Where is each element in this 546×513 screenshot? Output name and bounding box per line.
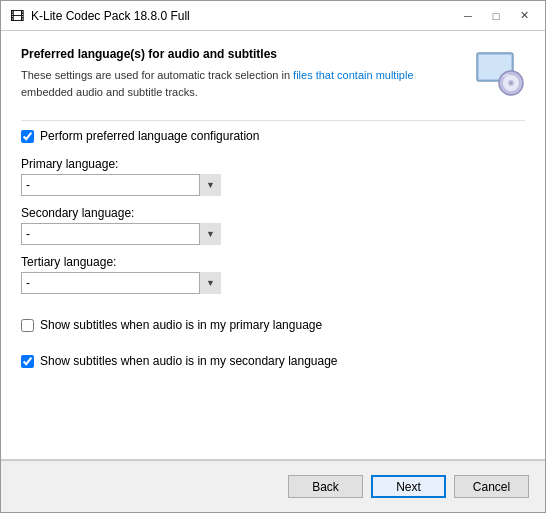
svg-point-5	[510, 82, 513, 85]
desc-highlight: files that contain multiple	[293, 69, 413, 81]
back-button[interactable]: Back	[288, 475, 363, 498]
show-subtitles-primary-row: Show subtitles when audio is in my prima…	[21, 318, 525, 332]
titlebar: 🎞 K-Lite Codec Pack 18.8.0 Full ─ □ ✕	[1, 1, 545, 31]
next-button[interactable]: Next	[371, 475, 446, 498]
divider-1	[21, 120, 525, 121]
show-subtitles-secondary-label[interactable]: Show subtitles when audio is in my secon…	[40, 354, 338, 368]
footer: Back Next Cancel	[1, 460, 545, 512]
codec-pack-svg	[473, 47, 525, 99]
cancel-button[interactable]: Cancel	[454, 475, 529, 498]
maximize-button[interactable]: □	[483, 6, 509, 26]
show-subtitles-secondary-checkbox[interactable]	[21, 355, 34, 368]
tertiary-language-select[interactable]: -	[21, 272, 221, 294]
primary-language-label: Primary language:	[21, 157, 525, 171]
perform-config-row: Perform preferred language configuration	[21, 129, 525, 143]
secondary-language-label: Secondary language:	[21, 206, 525, 220]
content-area: Preferred language(s) for audio and subt…	[1, 31, 545, 460]
window-title: K-Lite Codec Pack 18.8.0 Full	[31, 9, 455, 23]
tertiary-language-wrapper: - ▼	[21, 272, 221, 294]
tertiary-language-label: Tertiary language:	[21, 255, 525, 269]
section-title: Preferred language(s) for audio and subt…	[21, 47, 463, 61]
tertiary-language-group: Tertiary language: - ▼	[21, 255, 525, 294]
secondary-language-group: Secondary language: - ▼	[21, 206, 525, 245]
primary-language-wrapper: - ▼	[21, 174, 221, 196]
section-description: These settings are used for automatic tr…	[21, 67, 463, 100]
show-subtitles-primary-checkbox[interactable]	[21, 319, 34, 332]
desc-text-2: embedded audio and subtitle tracks.	[21, 86, 198, 98]
minimize-button[interactable]: ─	[455, 6, 481, 26]
secondary-language-select[interactable]: -	[21, 223, 221, 245]
primary-language-select[interactable]: -	[21, 174, 221, 196]
secondary-language-wrapper: - ▼	[21, 223, 221, 245]
close-button[interactable]: ✕	[511, 6, 537, 26]
header-section: Preferred language(s) for audio and subt…	[21, 47, 525, 100]
desc-text-1: These settings are used for automatic tr…	[21, 69, 293, 81]
show-subtitles-primary-label[interactable]: Show subtitles when audio is in my prima…	[40, 318, 322, 332]
main-window: 🎞 K-Lite Codec Pack 18.8.0 Full ─ □ ✕ Pr…	[0, 0, 546, 513]
show-subtitles-secondary-row: Show subtitles when audio is in my secon…	[21, 354, 525, 368]
perform-config-label[interactable]: Perform preferred language configuration	[40, 129, 259, 143]
subtitles-checkboxes: Show subtitles when audio is in my prima…	[21, 318, 525, 382]
window-controls: ─ □ ✕	[455, 6, 537, 26]
app-logo-icon	[473, 47, 525, 99]
primary-language-group: Primary language: - ▼	[21, 157, 525, 196]
perform-config-checkbox[interactable]	[21, 130, 34, 143]
app-icon: 🎞	[9, 8, 25, 24]
header-text: Preferred language(s) for audio and subt…	[21, 47, 463, 100]
